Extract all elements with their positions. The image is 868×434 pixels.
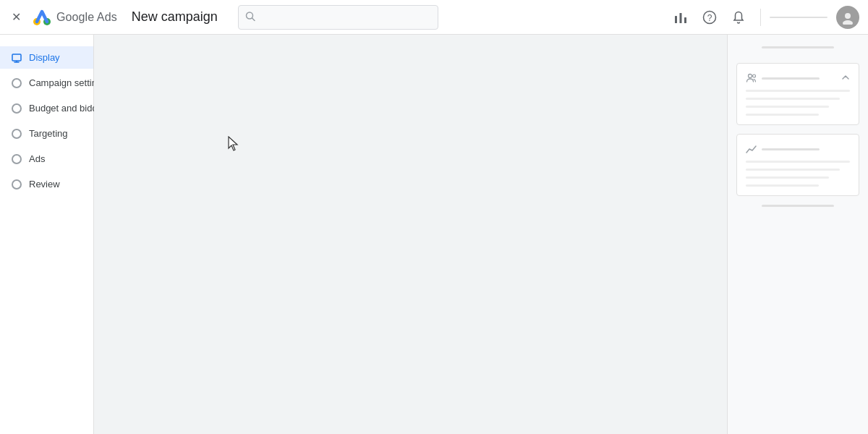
svg-point-10 xyxy=(843,20,853,25)
panel-card-2-header xyxy=(746,143,850,155)
panel-card-2-line-3 xyxy=(746,176,829,179)
svg-point-9 xyxy=(845,13,851,19)
panel-card-2-line-2 xyxy=(746,169,840,171)
sidebar-radio-budget-and-bidding xyxy=(12,103,22,114)
sidebar-item-targeting[interactable]: Targeting xyxy=(0,122,93,145)
chevron-up-icon[interactable] xyxy=(841,72,850,84)
sidebar-item-display-label: Display xyxy=(29,52,60,63)
svg-text:?: ? xyxy=(707,13,712,23)
svg-point-14 xyxy=(749,75,752,78)
svg-rect-6 xyxy=(684,17,686,23)
notification-icon-btn[interactable] xyxy=(726,4,752,30)
svg-point-15 xyxy=(753,75,756,77)
panel-card-2 xyxy=(736,134,859,196)
chart-icon xyxy=(746,143,757,155)
panel-card-2-line-1 xyxy=(746,161,850,163)
sidebar-item-review[interactable]: Review xyxy=(0,173,93,195)
cursor-indicator xyxy=(228,136,241,155)
panel-card-1-line-1 xyxy=(746,90,850,92)
avatar[interactable] xyxy=(836,6,859,29)
panel-card-1-line-2 xyxy=(746,98,840,100)
panel-card-1-line-3 xyxy=(746,106,829,108)
svg-rect-11 xyxy=(12,54,21,61)
sidebar-radio-targeting xyxy=(12,129,22,139)
google-ads-logo: Google Ads xyxy=(32,7,117,27)
search-bar xyxy=(238,5,438,30)
display-icon xyxy=(12,53,22,63)
panel-bottom-line xyxy=(762,205,834,207)
google-ads-text: Google Ads xyxy=(56,11,117,24)
panel-top-line xyxy=(762,46,834,48)
panel-card-1-header xyxy=(746,72,850,84)
sidebar-item-targeting-label: Targeting xyxy=(29,128,67,139)
panel-card-1-icon-row xyxy=(746,72,820,84)
right-panel xyxy=(727,35,868,434)
page-title: New campaign xyxy=(132,9,218,25)
svg-rect-4 xyxy=(675,16,677,23)
sidebar-item-ads-label: Ads xyxy=(29,153,45,164)
nav-actions: ? xyxy=(668,4,859,30)
sidebar-item-ads[interactable]: Ads xyxy=(0,148,93,170)
sidebar-item-review-label: Review xyxy=(29,179,60,190)
sidebar: Display Campaign settings Budget and bid… xyxy=(0,35,94,434)
panel-card-1-line-4 xyxy=(746,114,819,116)
search-input[interactable] xyxy=(238,5,438,30)
sidebar-item-budget-and-bidding[interactable]: Budget and bidding xyxy=(0,97,93,119)
panel-card-2-line-4 xyxy=(746,184,819,187)
profile-name-placeholder xyxy=(770,17,827,18)
sidebar-radio-campaign-settings xyxy=(12,78,22,88)
sidebar-item-campaign-settings[interactable]: Campaign settings xyxy=(0,72,93,94)
main-layout: Display Campaign settings Budget and bid… xyxy=(0,35,868,434)
google-ads-logo-icon xyxy=(32,7,52,27)
sidebar-radio-review xyxy=(12,179,22,190)
panel-card-2-title-line xyxy=(762,148,820,150)
panel-card-1-title-line xyxy=(762,77,820,80)
top-nav: ✕ Google Ads New campaign xyxy=(0,0,868,35)
close-icon[interactable]: ✕ xyxy=(9,10,23,25)
content-area xyxy=(94,35,727,434)
people-icon xyxy=(746,72,757,84)
nav-divider xyxy=(760,9,761,26)
svg-rect-5 xyxy=(680,13,682,23)
help-icon-btn[interactable]: ? xyxy=(697,4,723,30)
sidebar-radio-ads xyxy=(12,154,22,164)
panel-card-2-icon-row xyxy=(746,143,820,155)
performance-icon-btn[interactable] xyxy=(668,4,694,30)
panel-card-1 xyxy=(736,63,859,125)
sidebar-item-display[interactable]: Display xyxy=(0,46,93,69)
